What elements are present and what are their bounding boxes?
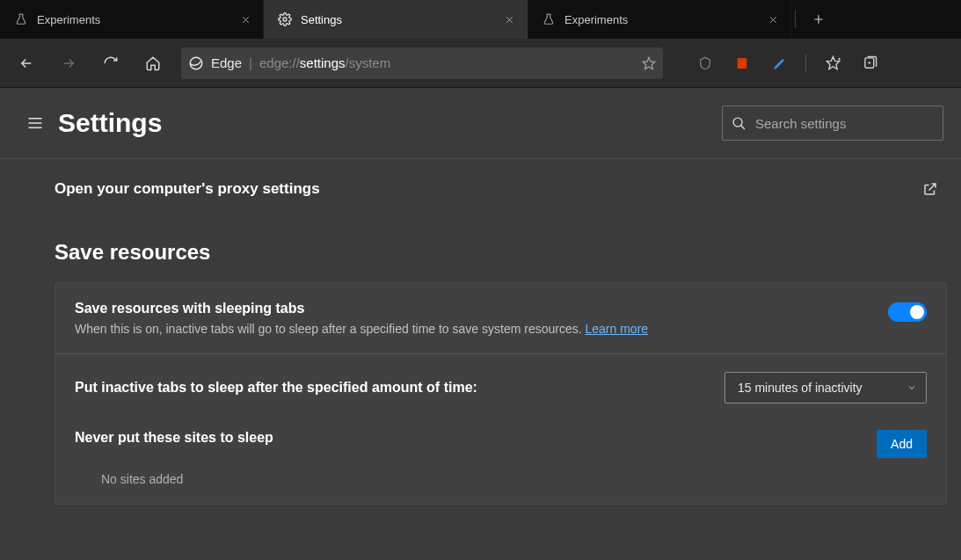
separator: | bbox=[249, 55, 252, 70]
section-title: Save resources bbox=[55, 240, 947, 265]
svg-marker-4 bbox=[826, 56, 839, 69]
forward-button[interactable] bbox=[51, 46, 86, 81]
search-icon bbox=[732, 116, 746, 131]
sleep-timeout-dropdown[interactable]: 15 minutes of inactivity bbox=[724, 372, 927, 404]
add-site-button[interactable]: Add bbox=[877, 430, 927, 458]
back-button[interactable] bbox=[9, 46, 44, 81]
tab-title: Experiments bbox=[37, 13, 229, 26]
learn-more-link[interactable]: Learn more bbox=[585, 322, 648, 336]
settings-content: Open your computer's proxy settings Save… bbox=[0, 159, 961, 531]
search-input[interactable] bbox=[755, 116, 934, 131]
menu-button[interactable] bbox=[21, 109, 49, 137]
refresh-button[interactable] bbox=[93, 46, 128, 81]
gear-icon bbox=[278, 12, 292, 26]
tab-divider bbox=[795, 11, 796, 28]
extension-icon[interactable] bbox=[763, 46, 795, 81]
separator bbox=[805, 55, 806, 72]
svg-point-1 bbox=[190, 57, 202, 69]
settings-header: Settings bbox=[0, 88, 961, 159]
svg-point-6 bbox=[733, 118, 742, 127]
toggle-knob bbox=[910, 305, 924, 319]
tab-settings[interactable]: Settings bbox=[264, 0, 528, 39]
shield-icon[interactable] bbox=[689, 46, 721, 81]
sleeping-tabs-desc: When this is on, inactive tabs will go t… bbox=[75, 322, 648, 336]
proxy-label: Open your computer's proxy settings bbox=[55, 180, 320, 198]
close-icon[interactable] bbox=[238, 12, 252, 26]
sleeping-tabs-row: Save resources with sleeping tabs When t… bbox=[55, 283, 946, 354]
timeout-label: Put inactive tabs to sleep after the spe… bbox=[75, 380, 477, 396]
exclusion-empty: No sites added bbox=[101, 472, 927, 486]
collections-icon[interactable] bbox=[854, 46, 885, 81]
close-icon[interactable] bbox=[766, 12, 780, 26]
url-text: edge://settings/system bbox=[259, 55, 390, 70]
chevron-down-icon bbox=[906, 382, 917, 393]
identity-label: Edge bbox=[211, 55, 242, 70]
browser-toolbar: Edge | edge://settings/system bbox=[0, 39, 961, 88]
favorites-icon[interactable] bbox=[817, 46, 848, 81]
dropdown-value: 15 minutes of inactivity bbox=[738, 381, 863, 395]
site-identity[interactable]: Edge bbox=[188, 55, 242, 71]
tab-title: Experiments bbox=[564, 13, 757, 26]
address-bar[interactable]: Edge | edge://settings/system bbox=[181, 47, 663, 79]
proxy-settings-link[interactable]: Open your computer's proxy settings bbox=[55, 180, 947, 198]
star-icon[interactable] bbox=[642, 56, 656, 70]
svg-rect-3 bbox=[738, 58, 747, 69]
office-icon[interactable] bbox=[726, 46, 758, 81]
svg-marker-2 bbox=[643, 57, 654, 69]
sleep-options-row: Put inactive tabs to sleep after the spe… bbox=[55, 354, 946, 504]
external-link-icon bbox=[922, 181, 938, 197]
flask-icon bbox=[14, 12, 28, 26]
search-settings[interactable] bbox=[722, 105, 943, 141]
tab-experiments-1[interactable]: Experiments bbox=[0, 0, 264, 39]
svg-point-0 bbox=[283, 18, 287, 21]
tab-experiments-2[interactable]: Experiments bbox=[528, 0, 791, 39]
sleeping-tabs-title: Save resources with sleeping tabs bbox=[75, 301, 648, 316]
flask-icon bbox=[542, 12, 556, 26]
save-resources-card: Save resources with sleeping tabs When t… bbox=[55, 282, 947, 505]
page-title: Settings bbox=[58, 108, 722, 138]
home-button[interactable] bbox=[135, 46, 171, 81]
tab-title: Settings bbox=[301, 13, 493, 26]
close-icon[interactable] bbox=[502, 12, 516, 26]
exclusion-label: Never put these sites to sleep bbox=[75, 430, 273, 446]
edge-logo-icon bbox=[188, 55, 204, 71]
tab-strip: Experiments Settings Experiments bbox=[0, 0, 961, 39]
sleeping-tabs-toggle[interactable] bbox=[888, 302, 927, 322]
toolbar-extensions bbox=[689, 46, 885, 81]
new-tab-button[interactable] bbox=[799, 0, 838, 39]
